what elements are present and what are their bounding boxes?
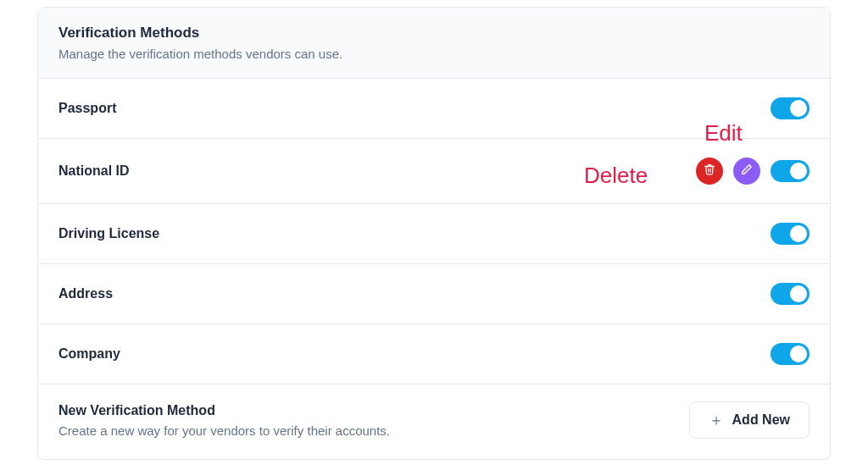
- method-row-national-id: National ID: [38, 139, 830, 204]
- footer-text: New Verification Method Create a new way…: [58, 403, 390, 438]
- toggle-national-id[interactable]: [771, 160, 810, 182]
- footer-subtitle: Create a new way for your vendors to ver…: [58, 423, 390, 438]
- method-row-address: Address: [38, 264, 830, 324]
- footer-title: New Verification Method: [58, 403, 390, 418]
- panel-subtitle: Manage the verification methods vendors …: [58, 47, 810, 61]
- toggle-company[interactable]: [771, 343, 810, 365]
- plus-icon: ＋: [709, 412, 724, 428]
- method-row-company: Company: [38, 324, 830, 384]
- method-row-driving-license: Driving License: [38, 204, 830, 264]
- row-actions: [771, 97, 810, 119]
- row-actions: [771, 283, 810, 305]
- toggle-driving-license[interactable]: [771, 223, 810, 245]
- toggle-address[interactable]: [771, 283, 810, 305]
- method-label: Passport: [58, 101, 116, 116]
- delete-button[interactable]: [696, 158, 723, 185]
- panel-footer: New Verification Method Create a new way…: [38, 384, 830, 459]
- annotation-delete: Delete: [584, 163, 648, 189]
- method-row-passport: Passport: [38, 79, 830, 139]
- panel-title: Verification Methods: [58, 25, 810, 41]
- method-label: Address: [58, 286, 113, 301]
- verification-methods-panel: Verification Methods Manage the verifica…: [37, 7, 831, 460]
- panel-header: Verification Methods Manage the verifica…: [38, 8, 830, 79]
- trash-icon: [704, 163, 715, 179]
- pencil-icon: [741, 163, 753, 179]
- add-new-button[interactable]: ＋ Add New: [689, 401, 810, 439]
- row-actions: [696, 158, 810, 185]
- toggle-passport[interactable]: [771, 97, 810, 119]
- row-actions: [771, 343, 810, 365]
- method-label: Company: [58, 346, 120, 362]
- method-label: National ID: [58, 163, 130, 179]
- add-new-label: Add New: [732, 412, 790, 428]
- method-label: Driving License: [58, 226, 159, 241]
- edit-button[interactable]: [733, 158, 760, 185]
- row-actions: [771, 223, 810, 245]
